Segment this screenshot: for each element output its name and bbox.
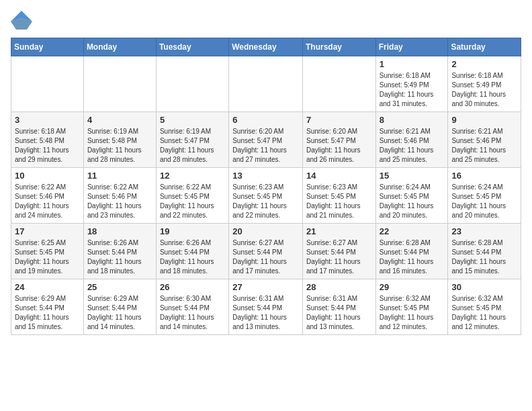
day-info: Sunrise: 6:22 AM Sunset: 5:46 PM Dayligh… bbox=[87, 183, 152, 220]
day-info: Sunrise: 6:20 AM Sunset: 5:47 PM Dayligh… bbox=[306, 127, 372, 165]
day-info: Sunrise: 6:25 AM Sunset: 5:45 PM Dayligh… bbox=[15, 238, 80, 276]
calendar-cell: 13Sunrise: 6:23 AM Sunset: 5:45 PM Dayli… bbox=[229, 168, 303, 224]
calendar-week-row: 17Sunrise: 6:25 AM Sunset: 5:45 PM Dayli… bbox=[11, 224, 521, 279]
day-info: Sunrise: 6:32 AM Sunset: 5:45 PM Dayligh… bbox=[451, 294, 517, 332]
header-day: Tuesday bbox=[156, 38, 228, 56]
day-number: 17 bbox=[15, 226, 80, 236]
calendar-cell: 10Sunrise: 6:22 AM Sunset: 5:46 PM Dayli… bbox=[11, 168, 84, 224]
day-number: 3 bbox=[15, 115, 80, 125]
day-number: 2 bbox=[451, 59, 517, 69]
day-info: Sunrise: 6:31 AM Sunset: 5:44 PM Dayligh… bbox=[306, 294, 372, 332]
calendar-cell: 8Sunrise: 6:21 AM Sunset: 5:46 PM Daylig… bbox=[375, 112, 448, 168]
day-number: 7 bbox=[306, 115, 372, 125]
calendar-cell: 29Sunrise: 6:32 AM Sunset: 5:45 PM Dayli… bbox=[375, 279, 448, 335]
header-day: Wednesday bbox=[229, 38, 303, 56]
calendar-cell: 15Sunrise: 6:24 AM Sunset: 5:45 PM Dayli… bbox=[375, 168, 448, 224]
day-number: 25 bbox=[87, 282, 152, 292]
calendar-body: 1Sunrise: 6:18 AM Sunset: 5:49 PM Daylig… bbox=[11, 56, 521, 335]
day-number: 13 bbox=[232, 171, 299, 181]
calendar-cell: 2Sunrise: 6:18 AM Sunset: 5:49 PM Daylig… bbox=[448, 56, 521, 112]
day-number: 27 bbox=[232, 282, 299, 292]
logo-icon bbox=[11, 11, 32, 30]
day-info: Sunrise: 6:27 AM Sunset: 5:44 PM Dayligh… bbox=[306, 238, 372, 276]
calendar-cell bbox=[302, 56, 375, 112]
day-info: Sunrise: 6:27 AM Sunset: 5:44 PM Dayligh… bbox=[232, 238, 299, 276]
header-row: SundayMondayTuesdayWednesdayThursdayFrid… bbox=[11, 38, 521, 56]
calendar-cell: 5Sunrise: 6:19 AM Sunset: 5:47 PM Daylig… bbox=[156, 112, 228, 168]
calendar-cell: 18Sunrise: 6:26 AM Sunset: 5:44 PM Dayli… bbox=[83, 224, 156, 279]
day-number: 26 bbox=[160, 282, 225, 292]
day-number: 8 bbox=[380, 115, 445, 125]
calendar-cell: 25Sunrise: 6:29 AM Sunset: 5:44 PM Dayli… bbox=[83, 279, 156, 335]
day-number: 20 bbox=[232, 226, 299, 236]
calendar-cell bbox=[229, 56, 303, 112]
day-number: 29 bbox=[380, 282, 445, 292]
day-number: 19 bbox=[160, 226, 225, 236]
day-info: Sunrise: 6:26 AM Sunset: 5:44 PM Dayligh… bbox=[160, 238, 225, 276]
calendar-cell: 14Sunrise: 6:23 AM Sunset: 5:45 PM Dayli… bbox=[302, 168, 375, 224]
calendar-cell: 7Sunrise: 6:20 AM Sunset: 5:47 PM Daylig… bbox=[302, 112, 375, 168]
calendar-cell bbox=[156, 56, 228, 112]
calendar-cell bbox=[11, 56, 84, 112]
day-info: Sunrise: 6:20 AM Sunset: 5:47 PM Dayligh… bbox=[232, 127, 299, 165]
day-info: Sunrise: 6:28 AM Sunset: 5:44 PM Dayligh… bbox=[380, 238, 445, 276]
day-number: 16 bbox=[451, 171, 517, 181]
day-info: Sunrise: 6:18 AM Sunset: 5:49 PM Dayligh… bbox=[380, 71, 445, 109]
calendar-header: SundayMondayTuesdayWednesdayThursdayFrid… bbox=[11, 38, 521, 56]
day-number: 10 bbox=[15, 171, 80, 181]
header-day: Sunday bbox=[11, 38, 84, 56]
calendar-cell: 20Sunrise: 6:27 AM Sunset: 5:44 PM Dayli… bbox=[229, 224, 303, 279]
calendar-cell: 9Sunrise: 6:21 AM Sunset: 5:46 PM Daylig… bbox=[448, 112, 521, 168]
day-number: 30 bbox=[451, 282, 517, 292]
logo bbox=[11, 11, 35, 30]
day-number: 11 bbox=[87, 171, 152, 181]
calendar-cell: 6Sunrise: 6:20 AM Sunset: 5:47 PM Daylig… bbox=[229, 112, 303, 168]
calendar-cell bbox=[83, 56, 156, 112]
calendar-cell: 26Sunrise: 6:30 AM Sunset: 5:44 PM Dayli… bbox=[156, 279, 228, 335]
day-info: Sunrise: 6:29 AM Sunset: 5:44 PM Dayligh… bbox=[15, 294, 80, 332]
day-info: Sunrise: 6:23 AM Sunset: 5:45 PM Dayligh… bbox=[306, 183, 372, 220]
calendar-cell: 17Sunrise: 6:25 AM Sunset: 5:45 PM Dayli… bbox=[11, 224, 84, 279]
day-info: Sunrise: 6:24 AM Sunset: 5:45 PM Dayligh… bbox=[451, 183, 517, 220]
calendar-cell: 11Sunrise: 6:22 AM Sunset: 5:46 PM Dayli… bbox=[83, 168, 156, 224]
day-number: 4 bbox=[87, 115, 152, 125]
day-number: 15 bbox=[380, 171, 445, 181]
day-info: Sunrise: 6:22 AM Sunset: 5:45 PM Dayligh… bbox=[160, 183, 225, 220]
calendar-week-row: 3Sunrise: 6:18 AM Sunset: 5:48 PM Daylig… bbox=[11, 112, 521, 168]
day-info: Sunrise: 6:24 AM Sunset: 5:45 PM Dayligh… bbox=[380, 183, 445, 220]
day-number: 23 bbox=[451, 226, 517, 236]
calendar-cell: 23Sunrise: 6:28 AM Sunset: 5:44 PM Dayli… bbox=[448, 224, 521, 279]
day-number: 21 bbox=[306, 226, 372, 236]
calendar-table: SundayMondayTuesdayWednesdayThursdayFrid… bbox=[11, 38, 521, 335]
calendar-cell: 27Sunrise: 6:31 AM Sunset: 5:44 PM Dayli… bbox=[229, 279, 303, 335]
day-info: Sunrise: 6:22 AM Sunset: 5:46 PM Dayligh… bbox=[15, 183, 80, 220]
day-number: 6 bbox=[232, 115, 299, 125]
calendar-cell: 28Sunrise: 6:31 AM Sunset: 5:44 PM Dayli… bbox=[302, 279, 375, 335]
calendar-cell: 3Sunrise: 6:18 AM Sunset: 5:48 PM Daylig… bbox=[11, 112, 84, 168]
calendar-cell: 4Sunrise: 6:19 AM Sunset: 5:48 PM Daylig… bbox=[83, 112, 156, 168]
calendar-cell: 1Sunrise: 6:18 AM Sunset: 5:49 PM Daylig… bbox=[375, 56, 448, 112]
header-day: Monday bbox=[83, 38, 156, 56]
day-info: Sunrise: 6:30 AM Sunset: 5:44 PM Dayligh… bbox=[160, 294, 225, 332]
calendar-cell: 16Sunrise: 6:24 AM Sunset: 5:45 PM Dayli… bbox=[448, 168, 521, 224]
day-info: Sunrise: 6:18 AM Sunset: 5:48 PM Dayligh… bbox=[15, 127, 80, 165]
page-header bbox=[11, 11, 521, 30]
day-info: Sunrise: 6:28 AM Sunset: 5:44 PM Dayligh… bbox=[451, 238, 517, 276]
day-number: 22 bbox=[380, 226, 445, 236]
day-number: 24 bbox=[15, 282, 80, 292]
day-info: Sunrise: 6:23 AM Sunset: 5:45 PM Dayligh… bbox=[232, 183, 299, 220]
day-info: Sunrise: 6:19 AM Sunset: 5:47 PM Dayligh… bbox=[160, 127, 225, 165]
day-info: Sunrise: 6:21 AM Sunset: 5:46 PM Dayligh… bbox=[380, 127, 445, 165]
calendar-week-row: 1Sunrise: 6:18 AM Sunset: 5:49 PM Daylig… bbox=[11, 56, 521, 112]
header-day: Friday bbox=[375, 38, 448, 56]
calendar-cell: 19Sunrise: 6:26 AM Sunset: 5:44 PM Dayli… bbox=[156, 224, 228, 279]
day-info: Sunrise: 6:31 AM Sunset: 5:44 PM Dayligh… bbox=[232, 294, 299, 332]
header-day: Thursday bbox=[302, 38, 375, 56]
day-info: Sunrise: 6:21 AM Sunset: 5:46 PM Dayligh… bbox=[451, 127, 517, 165]
day-info: Sunrise: 6:26 AM Sunset: 5:44 PM Dayligh… bbox=[87, 238, 152, 276]
day-number: 14 bbox=[306, 171, 372, 181]
calendar-cell: 12Sunrise: 6:22 AM Sunset: 5:45 PM Dayli… bbox=[156, 168, 228, 224]
day-number: 18 bbox=[87, 226, 152, 236]
calendar-cell: 30Sunrise: 6:32 AM Sunset: 5:45 PM Dayli… bbox=[448, 279, 521, 335]
day-info: Sunrise: 6:18 AM Sunset: 5:49 PM Dayligh… bbox=[451, 71, 517, 109]
